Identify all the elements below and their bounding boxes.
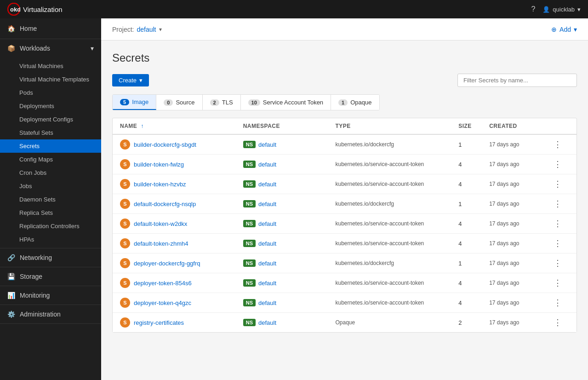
ns-link[interactable]: default bbox=[258, 181, 276, 188]
sidebar-item-virtual-machines[interactable]: Virtual Machines bbox=[0, 59, 101, 73]
name-cell: S deployer-token-q4gzc bbox=[120, 298, 243, 308]
sidebar-item-pods[interactable]: Pods bbox=[0, 86, 101, 99]
sidebar-home[interactable]: 🏠 Home bbox=[0, 18, 101, 39]
sidebar-item-virtual-machine-templates[interactable]: Virtual Machine Templates bbox=[0, 73, 101, 86]
secret-name-link[interactable]: default-token-w2dkx bbox=[134, 220, 187, 227]
logo-text: Virtualization bbox=[23, 6, 63, 13]
sidebar-item-cron-jobs[interactable]: Cron Jobs bbox=[0, 166, 101, 179]
name-cell: S default-token-w2dkx bbox=[120, 219, 243, 229]
secret-name-link[interactable]: builder-dockercfg-sbgdt bbox=[134, 141, 196, 148]
sidebar-administration[interactable]: ⚙️ Administration bbox=[0, 305, 101, 324]
kebab-menu-button[interactable]: ⋮ bbox=[551, 317, 565, 328]
type-cell: kubernetes.io/dockercfg bbox=[336, 260, 459, 266]
sidebar-item-replication-controllers[interactable]: Replication Controllers bbox=[0, 219, 101, 233]
sidebar-item-hpas[interactable]: HPAs bbox=[0, 233, 101, 246]
sidebar-item-deployment-configs[interactable]: Deployment Configs bbox=[0, 113, 101, 126]
sidebar: 🏠 Home 📦 Workloads ▾ Virtual MachinesVir… bbox=[0, 18, 101, 380]
filter-tab-service-account-token[interactable]: 10Service Account Token bbox=[241, 95, 331, 110]
secret-name-link[interactable]: deployer-token-q4gzc bbox=[134, 299, 191, 306]
kebab-menu-button[interactable]: ⋮ bbox=[551, 199, 565, 209]
namespace-cell: NS default bbox=[243, 240, 336, 247]
sidebar-item-daemon-sets[interactable]: Daemon Sets bbox=[0, 193, 101, 206]
kebab-menu-button[interactable]: ⋮ bbox=[551, 278, 565, 288]
ns-link[interactable]: default bbox=[258, 319, 276, 326]
sidebar-item-config-maps[interactable]: Config Maps bbox=[0, 153, 101, 166]
type-cell: Opaque bbox=[336, 319, 459, 326]
ns-link[interactable]: default bbox=[258, 201, 276, 207]
filter-tab-tls[interactable]: 2TLS bbox=[203, 95, 241, 110]
kebab-menu-button[interactable]: ⋮ bbox=[551, 219, 565, 229]
ns-link[interactable]: default bbox=[258, 299, 276, 306]
secret-icon: S bbox=[120, 159, 130, 169]
kebab-menu-button[interactable]: ⋮ bbox=[551, 298, 565, 308]
project-selector[interactable]: Project: default ▾ bbox=[112, 26, 162, 33]
table-row: S deployer-token-854s6 NS default kubern… bbox=[113, 273, 577, 293]
create-button[interactable]: Create ▾ bbox=[112, 74, 149, 86]
kebab-menu-button[interactable]: ⋮ bbox=[551, 179, 565, 189]
secret-icon: S bbox=[120, 219, 130, 229]
ns-link[interactable]: default bbox=[258, 280, 276, 287]
sidebar-item-secrets[interactable]: Secrets bbox=[0, 139, 101, 153]
sidebar-item-replica-sets[interactable]: Replica Sets bbox=[0, 206, 101, 219]
layout: 🏠 Home 📦 Workloads ▾ Virtual MachinesVir… bbox=[0, 18, 588, 380]
administration-icon: ⚙️ bbox=[7, 311, 15, 318]
ns-link[interactable]: default bbox=[258, 240, 276, 247]
sidebar-networking[interactable]: 🔗 Networking bbox=[0, 248, 101, 267]
ns-link[interactable]: default bbox=[258, 161, 276, 168]
filter-tabs: 5Image0Source2TLS10Service Account Token… bbox=[112, 94, 380, 110]
size-cell: 4 bbox=[458, 299, 489, 306]
sidebar-item-deployments[interactable]: Deployments bbox=[0, 99, 101, 113]
actions-cell: ⋮ bbox=[551, 199, 569, 209]
workloads-icon: 📦 bbox=[7, 45, 15, 52]
user-name: quicklab bbox=[553, 6, 575, 13]
topbar-right: ? 👤 quicklab ▾ bbox=[531, 5, 581, 13]
storage-icon: 💾 bbox=[7, 273, 15, 280]
secret-name-link[interactable]: deployer-dockercfg-ggfrq bbox=[134, 260, 200, 267]
filter-tab-image[interactable]: 5Image bbox=[113, 95, 156, 110]
filter-tab-opaque[interactable]: 1Opaque bbox=[331, 95, 379, 110]
sidebar-storage[interactable]: 💾 Storage bbox=[0, 267, 101, 286]
project-chevron-icon: ▾ bbox=[159, 26, 162, 33]
kebab-menu-button[interactable]: ⋮ bbox=[551, 159, 565, 169]
type-cell: kubernetes.io/service-account-token bbox=[336, 220, 459, 227]
type-cell: kubernetes.io/dockercfg bbox=[336, 201, 459, 207]
tab-label: TLS bbox=[222, 99, 233, 106]
actions-cell: ⋮ bbox=[551, 317, 569, 328]
ns-link[interactable]: default bbox=[258, 220, 276, 227]
table-row: S builder-token-fwlzg NS default kuberne… bbox=[113, 155, 577, 174]
tab-count: 1 bbox=[338, 99, 348, 106]
col-actions bbox=[551, 123, 569, 129]
networking-icon: 🔗 bbox=[7, 254, 15, 261]
secret-icon: S bbox=[120, 139, 130, 150]
sidebar-item-jobs[interactable]: Jobs bbox=[0, 179, 101, 193]
okd-logo[interactable]: okd Virtualization bbox=[7, 3, 63, 16]
sidebar-monitoring[interactable]: 📊 Monitoring bbox=[0, 286, 101, 305]
help-icon[interactable]: ? bbox=[531, 5, 535, 13]
kebab-menu-button[interactable]: ⋮ bbox=[551, 238, 565, 248]
ns-link[interactable]: default bbox=[258, 141, 276, 148]
filter-tab-source[interactable]: 0Source bbox=[156, 95, 202, 110]
actions-cell: ⋮ bbox=[551, 258, 569, 268]
secret-name-link[interactable]: registry-certificates bbox=[134, 319, 184, 326]
secret-name-link[interactable]: deployer-token-854s6 bbox=[134, 280, 192, 287]
secret-name-link[interactable]: default-dockercfg-nsqlp bbox=[134, 201, 196, 207]
filter-input[interactable] bbox=[457, 74, 577, 87]
secret-name-link[interactable]: builder-token-fwlzg bbox=[134, 161, 184, 168]
workloads-chevron-icon: ▾ bbox=[91, 45, 94, 52]
secret-name-link[interactable]: default-token-zhmh4 bbox=[134, 240, 188, 247]
ns-link[interactable]: default bbox=[258, 260, 276, 267]
add-button[interactable]: ⊕ Add ▾ bbox=[551, 26, 577, 33]
project-bar: Project: default ▾ ⊕ Add ▾ bbox=[101, 18, 588, 40]
ns-badge: NS bbox=[243, 279, 256, 287]
secret-name-link[interactable]: builder-token-hzvbz bbox=[134, 181, 186, 188]
kebab-menu-button[interactable]: ⋮ bbox=[551, 258, 565, 268]
sidebar-item-stateful-sets[interactable]: Stateful Sets bbox=[0, 126, 101, 139]
kebab-menu-button[interactable]: ⋮ bbox=[551, 139, 565, 150]
workloads-header[interactable]: 📦 Workloads ▾ bbox=[0, 39, 101, 58]
user-menu[interactable]: 👤 quicklab ▾ bbox=[542, 6, 581, 13]
size-cell: 1 bbox=[458, 201, 489, 207]
ns-badge: NS bbox=[243, 240, 256, 247]
table-row: S builder-dockercfg-sbgdt NS default kub… bbox=[113, 135, 577, 155]
created-cell: 17 days ago bbox=[489, 141, 551, 148]
page-content: Secrets Create ▾ 5Image0Source2TLS10Serv… bbox=[101, 40, 588, 344]
